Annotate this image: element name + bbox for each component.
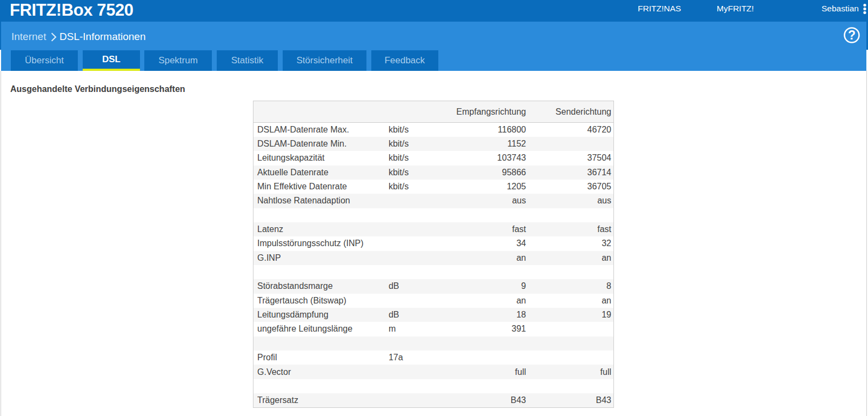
svg-text:?: ? bbox=[848, 28, 856, 42]
